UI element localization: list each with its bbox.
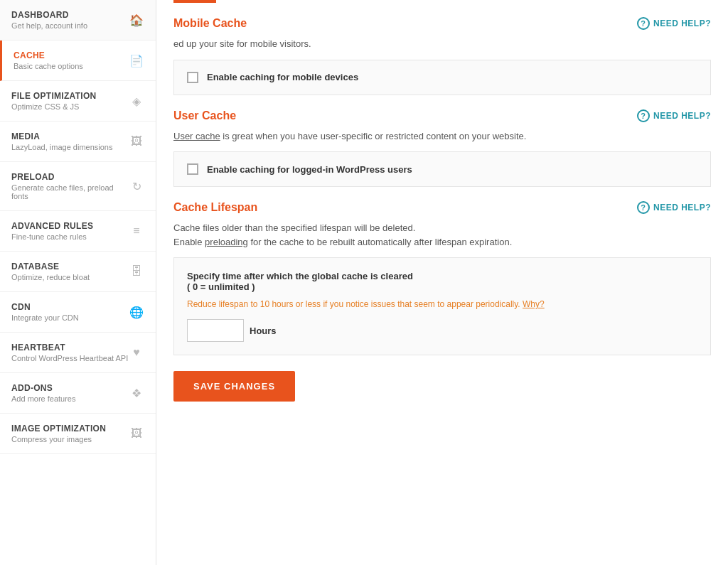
sidebar-item-preload[interactable]: PRELOADGenerate cache files, preload fon… bbox=[0, 162, 156, 211]
sidebar-icon-dashboard: 🏠 bbox=[129, 14, 144, 27]
sidebar-icon-add-ons: ❖ bbox=[129, 387, 144, 400]
sidebar-item-title-cache: CACHE bbox=[14, 50, 129, 60]
sidebar-item-subtitle-cdn: Integrate your CDN bbox=[11, 313, 129, 322]
mobile-cache-title: Mobile Cache bbox=[173, 17, 247, 30]
mobile-cache-need-help[interactable]: ? NEED HELP? bbox=[637, 17, 711, 30]
lifespan-desc-post: for the cache to be rebuilt automaticall… bbox=[248, 237, 512, 247]
need-help-icon-3: ? bbox=[637, 201, 650, 214]
sidebar-item-dashboard[interactable]: DASHBOARDGet help, account info🏠 bbox=[0, 0, 156, 41]
sidebar-icon-media: 🖼 bbox=[129, 135, 144, 148]
sidebar-item-title-preload: PRELOAD bbox=[11, 172, 129, 182]
sidebar-item-subtitle-heartbeat: Control WordPress Heartbeat API bbox=[11, 354, 129, 362]
cache-lifespan-need-help[interactable]: ? NEED HELP? bbox=[637, 201, 711, 214]
sidebar-icon-cdn: 🌐 bbox=[129, 306, 144, 319]
mobile-cache-header: Mobile Cache ? NEED HELP? bbox=[173, 17, 711, 30]
sidebar-item-title-image-optimization: IMAGE OPTIMIZATION bbox=[11, 424, 129, 434]
cache-lifespan-title: Cache Lifespan bbox=[173, 201, 257, 214]
lifespan-desc-pre: Enable bbox=[173, 237, 205, 247]
sidebar-item-add-ons[interactable]: ADD-ONSAdd more features❖ bbox=[0, 373, 156, 414]
hours-row: Hours bbox=[187, 319, 697, 342]
user-cache-header: User Cache ? NEED HELP? bbox=[173, 109, 711, 122]
sidebar-item-title-database: DATABASE bbox=[11, 262, 129, 271]
user-cache-need-help[interactable]: ? NEED HELP? bbox=[637, 109, 711, 122]
mobile-cache-section: Mobile Cache ? NEED HELP? ed up your sit… bbox=[173, 17, 711, 95]
mobile-cache-option-box: Enable caching for mobile devices bbox=[173, 60, 711, 95]
need-help-icon-2: ? bbox=[637, 109, 650, 122]
sidebar-item-subtitle-dashboard: Get help, account info bbox=[11, 21, 129, 30]
lifespan-box: Specify time after which the global cach… bbox=[173, 257, 711, 355]
hours-input[interactable] bbox=[187, 319, 244, 342]
cache-lifespan-desc: Cache files older than the specified lif… bbox=[173, 221, 711, 249]
sidebar-item-subtitle-cache: Basic cache options bbox=[14, 62, 129, 70]
sidebar-item-subtitle-file-optimization: Optimize CSS & JS bbox=[11, 102, 129, 111]
cache-lifespan-section: Cache Lifespan ? NEED HELP? Cache files … bbox=[173, 201, 711, 355]
need-help-icon: ? bbox=[637, 17, 650, 30]
sidebar-item-title-cdn: CDN bbox=[11, 302, 129, 312]
top-accent-bar bbox=[173, 0, 216, 3]
sidebar-item-image-optimization[interactable]: IMAGE OPTIMIZATIONCompress your images🖼 bbox=[0, 414, 156, 454]
sidebar-item-subtitle-media: LazyLoad, image dimensions bbox=[11, 143, 129, 151]
user-cache-checkbox[interactable] bbox=[187, 163, 198, 175]
main-content: Mobile Cache ? NEED HELP? ed up your sit… bbox=[156, 0, 728, 565]
preloading-link[interactable]: preloading bbox=[205, 237, 248, 247]
sidebar-item-title-media: MEDIA bbox=[11, 131, 129, 141]
user-cache-desc-text: is great when you have user-specific or … bbox=[220, 131, 527, 141]
sidebar-item-title-add-ons: ADD-ONS bbox=[11, 383, 129, 393]
sidebar-item-subtitle-advanced-rules: Fine-tune cache rules bbox=[11, 232, 129, 241]
mobile-cache-checkbox[interactable] bbox=[187, 72, 198, 83]
sidebar-item-title-dashboard: DASHBOARD bbox=[11, 10, 129, 20]
save-changes-button[interactable]: SAVE CHANGES bbox=[173, 371, 295, 402]
sidebar-icon-preload: ↻ bbox=[129, 180, 144, 193]
sidebar-item-cdn[interactable]: CDNIntegrate your CDN🌐 bbox=[0, 292, 156, 333]
lifespan-box-title: Specify time after which the global cach… bbox=[187, 271, 697, 292]
sidebar-item-heartbeat[interactable]: HEARTBEATControl WordPress Heartbeat API… bbox=[0, 333, 156, 373]
sidebar-icon-database: 🗄 bbox=[129, 265, 144, 278]
sidebar-item-cache[interactable]: CACHEBasic cache options📄 bbox=[0, 41, 156, 81]
user-cache-section: User Cache ? NEED HELP? User cache is gr… bbox=[173, 109, 711, 188]
sidebar-item-subtitle-database: Optimize, reduce bloat bbox=[11, 273, 129, 281]
user-cache-option-label[interactable]: Enable caching for logged-in WordPress u… bbox=[207, 164, 412, 175]
sidebar-item-title-advanced-rules: ADVANCED RULES bbox=[11, 221, 129, 231]
user-cache-option-box: Enable caching for logged-in WordPress u… bbox=[173, 151, 711, 187]
mobile-cache-desc: ed up your site for mobile visitors. bbox=[173, 37, 711, 51]
mobile-cache-option-label[interactable]: Enable caching for mobile devices bbox=[207, 72, 358, 82]
sidebar-item-subtitle-image-optimization: Compress your images bbox=[11, 435, 129, 443]
sidebar-item-media[interactable]: MEDIALazyLoad, image dimensions🖼 bbox=[0, 122, 156, 162]
sidebar-icon-cache: 📄 bbox=[129, 54, 144, 68]
lifespan-hint: Reduce lifespan to 10 hours or less if y… bbox=[187, 299, 697, 309]
user-cache-link[interactable]: User cache bbox=[173, 131, 220, 141]
sidebar-item-file-optimization[interactable]: FILE OPTIMIZATIONOptimize CSS & JS◈ bbox=[0, 81, 156, 122]
sidebar-icon-image-optimization: 🖼 bbox=[129, 427, 144, 440]
user-cache-desc: User cache is great when you have user-s… bbox=[173, 129, 711, 144]
why-link[interactable]: Why? bbox=[523, 299, 545, 309]
sidebar-icon-advanced-rules: ≡ bbox=[129, 225, 144, 237]
cache-lifespan-header: Cache Lifespan ? NEED HELP? bbox=[173, 201, 711, 214]
sidebar: DASHBOARDGet help, account info🏠CACHEBas… bbox=[0, 0, 156, 565]
sidebar-item-title-heartbeat: HEARTBEAT bbox=[11, 343, 129, 353]
sidebar-item-subtitle-add-ons: Add more features bbox=[11, 394, 129, 403]
lifespan-desc-line1: Cache files older than the specified lif… bbox=[173, 222, 415, 233]
sidebar-icon-heartbeat: ♥ bbox=[129, 346, 144, 359]
user-cache-title: User Cache bbox=[173, 109, 236, 122]
sidebar-item-database[interactable]: DATABASEOptimize, reduce bloat🗄 bbox=[0, 252, 156, 292]
sidebar-icon-file-optimization: ◈ bbox=[129, 95, 144, 108]
sidebar-item-advanced-rules[interactable]: ADVANCED RULESFine-tune cache rules≡ bbox=[0, 211, 156, 252]
hours-label: Hours bbox=[250, 325, 277, 336]
sidebar-item-title-file-optimization: FILE OPTIMIZATION bbox=[11, 91, 129, 101]
sidebar-item-subtitle-preload: Generate cache files, preload fonts bbox=[11, 183, 129, 200]
